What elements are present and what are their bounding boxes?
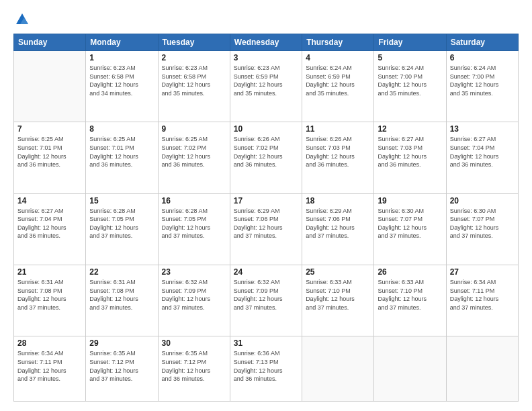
day-number: 7 xyxy=(17,124,82,134)
day-info: Sunrise: 6:26 AM Sunset: 7:02 PM Dayligh… xyxy=(234,135,298,169)
calendar-day-cell: 22Sunrise: 6:31 AM Sunset: 7:08 PM Dayli… xyxy=(86,265,158,336)
day-number: 8 xyxy=(89,124,154,134)
calendar-day-cell: 23Sunrise: 6:32 AM Sunset: 7:09 PM Dayli… xyxy=(158,265,230,336)
day-number: 1 xyxy=(89,53,154,62)
calendar-day-cell xyxy=(302,336,374,402)
calendar-day-cell: 26Sunrise: 6:33 AM Sunset: 7:10 PM Dayli… xyxy=(374,265,446,336)
day-info: Sunrise: 6:36 AM Sunset: 7:13 PM Dayligh… xyxy=(234,349,298,383)
calendar-table: SundayMondayTuesdayWednesdayThursdayFrid… xyxy=(13,34,519,402)
day-info: Sunrise: 6:30 AM Sunset: 7:07 PM Dayligh… xyxy=(450,207,515,240)
calendar-day-cell: 8Sunrise: 6:25 AM Sunset: 7:01 PM Daylig… xyxy=(86,122,158,193)
day-info: Sunrise: 6:29 AM Sunset: 7:06 PM Dayligh… xyxy=(234,207,298,240)
calendar-day-cell: 14Sunrise: 6:27 AM Sunset: 7:04 PM Dayli… xyxy=(14,193,86,265)
day-number: 22 xyxy=(89,267,154,277)
calendar-day-cell: 16Sunrise: 6:28 AM Sunset: 7:05 PM Dayli… xyxy=(158,193,230,265)
calendar-col-header: Sunday xyxy=(14,34,86,51)
day-info: Sunrise: 6:31 AM Sunset: 7:08 PM Dayligh… xyxy=(17,278,82,312)
calendar-week-row: 1Sunrise: 6:23 AM Sunset: 6:58 PM Daylig… xyxy=(14,51,519,122)
calendar-day-cell xyxy=(14,51,86,122)
day-info: Sunrise: 6:35 AM Sunset: 7:12 PM Dayligh… xyxy=(162,349,226,383)
calendar-day-cell: 31Sunrise: 6:36 AM Sunset: 7:13 PM Dayli… xyxy=(230,336,302,402)
day-number: 15 xyxy=(89,196,154,205)
calendar-day-cell: 1Sunrise: 6:23 AM Sunset: 6:58 PM Daylig… xyxy=(86,51,158,122)
day-number: 30 xyxy=(162,338,226,348)
day-info: Sunrise: 6:24 AM Sunset: 7:00 PM Dayligh… xyxy=(378,64,442,97)
calendar-day-cell: 4Sunrise: 6:24 AM Sunset: 6:59 PM Daylig… xyxy=(302,51,374,122)
calendar-day-cell: 21Sunrise: 6:31 AM Sunset: 7:08 PM Dayli… xyxy=(14,265,86,336)
day-number: 21 xyxy=(17,267,82,277)
calendar-day-cell: 6Sunrise: 6:24 AM Sunset: 7:00 PM Daylig… xyxy=(446,51,518,122)
day-number: 28 xyxy=(17,338,82,348)
day-number: 29 xyxy=(89,338,154,348)
day-info: Sunrise: 6:28 AM Sunset: 7:05 PM Dayligh… xyxy=(162,207,226,240)
calendar-day-cell: 20Sunrise: 6:30 AM Sunset: 7:07 PM Dayli… xyxy=(446,193,518,265)
day-info: Sunrise: 6:25 AM Sunset: 7:01 PM Dayligh… xyxy=(17,135,82,169)
day-number: 13 xyxy=(450,124,515,134)
day-info: Sunrise: 6:32 AM Sunset: 7:09 PM Dayligh… xyxy=(234,278,298,312)
day-number: 4 xyxy=(306,53,370,62)
calendar-day-cell: 7Sunrise: 6:25 AM Sunset: 7:01 PM Daylig… xyxy=(14,122,86,193)
page: SundayMondayTuesdayWednesdayThursdayFrid… xyxy=(0,0,532,411)
day-info: Sunrise: 6:24 AM Sunset: 6:59 PM Dayligh… xyxy=(306,64,370,97)
calendar-day-cell: 29Sunrise: 6:35 AM Sunset: 7:12 PM Dayli… xyxy=(86,336,158,402)
day-info: Sunrise: 6:25 AM Sunset: 7:02 PM Dayligh… xyxy=(162,135,226,169)
calendar-day-cell: 30Sunrise: 6:35 AM Sunset: 7:12 PM Dayli… xyxy=(158,336,230,402)
day-number: 11 xyxy=(306,124,370,134)
logo xyxy=(13,12,30,27)
day-info: Sunrise: 6:29 AM Sunset: 7:06 PM Dayligh… xyxy=(306,207,370,240)
calendar-day-cell: 13Sunrise: 6:27 AM Sunset: 7:04 PM Dayli… xyxy=(446,122,518,193)
calendar-day-cell: 12Sunrise: 6:27 AM Sunset: 7:03 PM Dayli… xyxy=(374,122,446,193)
calendar-day-cell: 9Sunrise: 6:25 AM Sunset: 7:02 PM Daylig… xyxy=(158,122,230,193)
calendar-day-cell: 2Sunrise: 6:23 AM Sunset: 6:58 PM Daylig… xyxy=(158,51,230,122)
header xyxy=(13,12,519,27)
day-info: Sunrise: 6:26 AM Sunset: 7:03 PM Dayligh… xyxy=(306,135,370,169)
day-info: Sunrise: 6:34 AM Sunset: 7:11 PM Dayligh… xyxy=(17,349,82,383)
day-number: 2 xyxy=(162,53,226,62)
calendar-day-cell: 27Sunrise: 6:34 AM Sunset: 7:11 PM Dayli… xyxy=(446,265,518,336)
calendar-day-cell: 19Sunrise: 6:30 AM Sunset: 7:07 PM Dayli… xyxy=(374,193,446,265)
calendar-col-header: Friday xyxy=(374,34,446,51)
day-number: 10 xyxy=(234,124,298,134)
day-info: Sunrise: 6:27 AM Sunset: 7:04 PM Dayligh… xyxy=(450,135,515,169)
calendar-header-row: SundayMondayTuesdayWednesdayThursdayFrid… xyxy=(14,34,519,51)
day-info: Sunrise: 6:30 AM Sunset: 7:07 PM Dayligh… xyxy=(378,207,442,240)
day-number: 9 xyxy=(162,124,226,134)
day-info: Sunrise: 6:31 AM Sunset: 7:08 PM Dayligh… xyxy=(89,278,154,312)
day-info: Sunrise: 6:32 AM Sunset: 7:09 PM Dayligh… xyxy=(162,278,226,312)
calendar-week-row: 14Sunrise: 6:27 AM Sunset: 7:04 PM Dayli… xyxy=(14,193,519,265)
calendar-week-row: 21Sunrise: 6:31 AM Sunset: 7:08 PM Dayli… xyxy=(14,265,519,336)
day-info: Sunrise: 6:33 AM Sunset: 7:10 PM Dayligh… xyxy=(306,278,370,312)
day-number: 18 xyxy=(306,196,370,205)
day-number: 19 xyxy=(378,196,442,205)
day-info: Sunrise: 6:28 AM Sunset: 7:05 PM Dayligh… xyxy=(89,207,154,240)
day-number: 16 xyxy=(162,196,226,205)
day-number: 31 xyxy=(234,338,298,348)
calendar-col-header: Tuesday xyxy=(158,34,230,51)
calendar-col-header: Saturday xyxy=(446,34,518,51)
logo-text xyxy=(13,12,30,27)
calendar-day-cell: 28Sunrise: 6:34 AM Sunset: 7:11 PM Dayli… xyxy=(14,336,86,402)
day-info: Sunrise: 6:35 AM Sunset: 7:12 PM Dayligh… xyxy=(89,349,154,383)
calendar-week-row: 28Sunrise: 6:34 AM Sunset: 7:11 PM Dayli… xyxy=(14,336,519,402)
day-number: 14 xyxy=(17,196,82,205)
day-info: Sunrise: 6:27 AM Sunset: 7:03 PM Dayligh… xyxy=(378,135,442,169)
day-number: 23 xyxy=(162,267,226,277)
calendar-day-cell: 18Sunrise: 6:29 AM Sunset: 7:06 PM Dayli… xyxy=(302,193,374,265)
calendar-day-cell: 10Sunrise: 6:26 AM Sunset: 7:02 PM Dayli… xyxy=(230,122,302,193)
calendar-day-cell: 3Sunrise: 6:23 AM Sunset: 6:59 PM Daylig… xyxy=(230,51,302,122)
day-number: 26 xyxy=(378,267,442,277)
calendar-col-header: Monday xyxy=(86,34,158,51)
calendar-day-cell xyxy=(446,336,518,402)
day-number: 20 xyxy=(450,196,515,205)
day-info: Sunrise: 6:27 AM Sunset: 7:04 PM Dayligh… xyxy=(17,207,82,240)
calendar-day-cell: 25Sunrise: 6:33 AM Sunset: 7:10 PM Dayli… xyxy=(302,265,374,336)
calendar-day-cell: 17Sunrise: 6:29 AM Sunset: 7:06 PM Dayli… xyxy=(230,193,302,265)
calendar-week-row: 7Sunrise: 6:25 AM Sunset: 7:01 PM Daylig… xyxy=(14,122,519,193)
calendar-day-cell: 11Sunrise: 6:26 AM Sunset: 7:03 PM Dayli… xyxy=(302,122,374,193)
day-info: Sunrise: 6:33 AM Sunset: 7:10 PM Dayligh… xyxy=(378,278,442,312)
day-info: Sunrise: 6:23 AM Sunset: 6:59 PM Dayligh… xyxy=(234,64,298,97)
day-info: Sunrise: 6:25 AM Sunset: 7:01 PM Dayligh… xyxy=(89,135,154,169)
day-number: 25 xyxy=(306,267,370,277)
calendar-col-header: Thursday xyxy=(302,34,374,51)
day-number: 12 xyxy=(378,124,442,134)
